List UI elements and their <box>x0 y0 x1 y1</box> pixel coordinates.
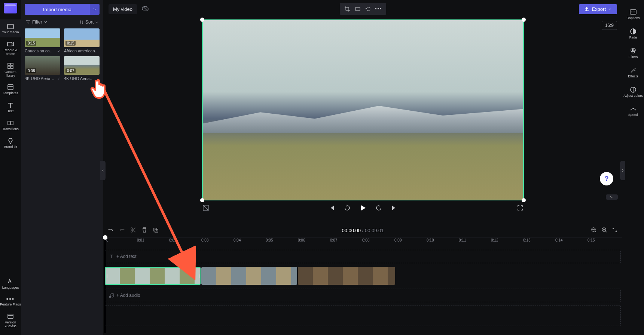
svg-rect-18 <box>630 10 636 14</box>
adjust-icon <box>629 86 637 93</box>
svg-rect-5 <box>11 66 13 68</box>
rail-adjust-colors[interactable]: Adjust colors <box>623 83 644 101</box>
play-button[interactable] <box>359 204 367 212</box>
import-media-dropdown[interactable] <box>90 4 100 15</box>
zoom-in-button[interactable] <box>601 227 607 234</box>
clip-thumbnail: 0:07 <box>64 56 100 75</box>
clip-duration: 0:08 <box>26 68 36 73</box>
export-button[interactable]: Export <box>579 4 617 14</box>
zoom-out-button[interactable] <box>591 227 597 234</box>
resize-handle-tl[interactable] <box>200 18 204 22</box>
clip-trim-right[interactable]: || <box>197 267 201 285</box>
transitions-icon <box>7 119 14 127</box>
selected-clip-frame[interactable] <box>202 19 524 200</box>
rail-label: Transitions <box>2 127 19 131</box>
audio-track[interactable]: + Add audio <box>105 289 621 302</box>
resize-handle-tr[interactable] <box>522 18 526 22</box>
rail-effects[interactable]: Effects <box>623 64 644 82</box>
more-button[interactable]: ••• <box>374 4 383 13</box>
collapse-panel-button[interactable] <box>100 161 106 180</box>
rail-label: Your media <box>2 31 19 34</box>
svg-rect-15 <box>155 229 158 232</box>
time-total: 00:09.01 <box>365 228 384 233</box>
video-track[interactable]: |||| <box>105 266 621 286</box>
cloud-sync-icon[interactable] <box>141 5 149 13</box>
rail-captions[interactable]: Captions <box>623 5 644 23</box>
rail-brand-kit[interactable]: Brand kit <box>0 134 21 152</box>
rail-fade[interactable]: Fade <box>623 25 644 43</box>
upload-icon <box>584 6 589 12</box>
export-label: Export <box>592 6 606 12</box>
fit-button[interactable] <box>353 4 362 13</box>
fullscreen-button[interactable] <box>516 204 524 212</box>
media-clip[interactable]: 0:15 Caucasian co…✓ <box>25 28 60 53</box>
rail-filters[interactable]: Filters <box>623 44 644 62</box>
rail-speed[interactable]: Speed <box>623 102 644 120</box>
right-rail: Captions Fade Filters Effects Adjust col… <box>622 0 644 335</box>
back-10-button[interactable] <box>344 204 351 212</box>
skip-end-button[interactable] <box>391 204 398 212</box>
rotate-button[interactable] <box>364 4 373 13</box>
svg-rect-2 <box>8 63 10 65</box>
clip-duration: 0:15 <box>65 41 76 46</box>
filter-button[interactable]: Filter <box>25 19 48 25</box>
rail-label: Adjust colors <box>623 94 643 98</box>
clip-title-row: African american… <box>64 49 100 53</box>
import-media-button[interactable]: Import media <box>25 4 100 15</box>
rail-text[interactable]: Text <box>0 98 21 116</box>
rail-transitions[interactable]: Transitions <box>0 116 21 134</box>
playhead[interactable] <box>105 236 105 333</box>
help-button[interactable]: ? <box>600 172 613 185</box>
preview-canvas[interactable] <box>202 19 524 200</box>
app-logo[interactable] <box>4 3 17 13</box>
media-clip[interactable]: 0:15 African american… <box>64 28 100 53</box>
text-track[interactable]: + Add text <box>105 250 621 263</box>
zoom-fit-button[interactable] <box>612 227 618 234</box>
rail-languages[interactable]: Languages <box>0 275 21 293</box>
media-clip[interactable]: 0:08 4K UHD Aeria…✓ <box>25 56 60 81</box>
undo-button[interactable] <box>108 227 114 234</box>
ruler-tick: 0:09 <box>394 238 402 242</box>
rail-templates[interactable]: Templates <box>0 80 21 98</box>
delete-button[interactable] <box>141 227 147 234</box>
skip-start-button[interactable] <box>328 204 335 212</box>
clip-trim-left[interactable]: || <box>105 267 109 285</box>
redo-button[interactable] <box>119 227 125 234</box>
sort-button[interactable]: Sort <box>79 19 99 25</box>
duplicate-button[interactable] <box>153 227 159 234</box>
rail-feature-flags[interactable]: ••• Feature Flags <box>0 293 21 310</box>
rail-label: Brand kit <box>4 145 17 149</box>
ruler-tick: 0:14 <box>555 238 562 242</box>
safe-zone-button[interactable] <box>202 204 210 212</box>
empty-track[interactable] <box>105 305 621 326</box>
rail-label: Speed <box>628 113 638 117</box>
timeline-clip[interactable] <box>201 267 297 285</box>
timeline-clip-selected[interactable]: |||| <box>105 267 201 285</box>
resize-handle-bl[interactable] <box>200 198 204 202</box>
ruler-tick: 0:01 <box>137 238 144 242</box>
captions-icon <box>629 8 637 16</box>
split-button[interactable] <box>130 227 136 234</box>
rail-version[interactable]: Version 73c5f8c <box>0 310 21 331</box>
svg-point-12 <box>131 228 132 229</box>
chevron-left-icon <box>101 169 104 172</box>
media-clip[interactable]: 0:07 4K UHD Aeria… <box>64 56 100 81</box>
clip-thumbnail: 0:15 <box>25 28 60 47</box>
add-text-label: + Add text <box>116 254 137 259</box>
resize-handle-br[interactable] <box>522 198 526 202</box>
rail-label: Captions <box>626 16 640 20</box>
fwd-10-button[interactable] <box>375 204 382 212</box>
crop-button[interactable] <box>343 4 352 13</box>
timeline-ruler[interactable]: 0 0:01 0:02 0:03 0:04 0:05 0:06 0:07 0:0… <box>103 237 622 247</box>
preview-area <box>103 18 622 214</box>
rail-content-library[interactable]: Content library <box>0 59 21 81</box>
project-title[interactable]: My video <box>109 4 137 14</box>
rail-record[interactable]: Record & create <box>0 37 21 59</box>
timecode: 00:00.00 / 00:09.01 <box>342 228 384 233</box>
import-media-main[interactable]: Import media <box>25 4 90 15</box>
timeline-clip[interactable] <box>298 267 395 285</box>
aspect-ratio-button[interactable]: 16:9 <box>602 21 617 30</box>
expand-panel-button[interactable] <box>620 161 625 180</box>
rail-your-media[interactable]: Your media <box>0 19 21 37</box>
timeline-tray-toggle[interactable] <box>606 194 618 200</box>
